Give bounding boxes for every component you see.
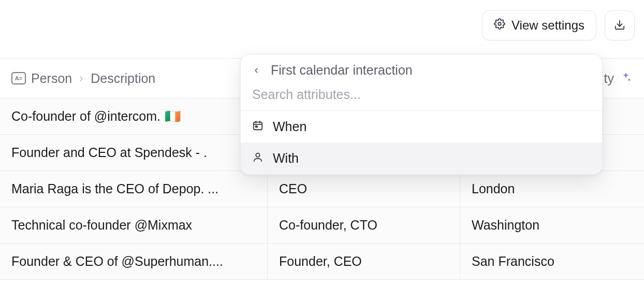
back-button[interactable] [252, 66, 260, 75]
cell-city: San Francisco [460, 244, 644, 279]
column-header-description[interactable]: A= Person Description [0, 59, 268, 98]
chevron-right-icon [77, 71, 85, 86]
view-settings-label: View settings [511, 18, 584, 33]
cell-city: Washington [460, 207, 644, 243]
text-attribute-icon: A= [11, 72, 26, 84]
svg-point-0 [498, 22, 501, 25]
cell-description: Technical co-founder @Mixmax [0, 207, 268, 243]
search-input[interactable] [252, 87, 591, 102]
gear-icon [494, 18, 505, 33]
table-row[interactable]: Maria Raga is the CEO of Depop. ... CEO … [0, 171, 644, 207]
sparkle-icon [620, 71, 632, 86]
download-icon [614, 19, 625, 32]
person-icon [252, 151, 264, 166]
popover-title: First calendar interaction [271, 63, 413, 78]
cell-role: Co-founder, CTO [268, 207, 460, 243]
attribute-option-label: When [273, 119, 306, 134]
svg-rect-6 [255, 126, 257, 127]
attribute-option-with[interactable]: With [241, 143, 602, 174]
column-header-person-label: Person [31, 71, 72, 86]
cell-description: Founder and CEO at Spendesk - . [0, 135, 268, 171]
attribute-option-label: With [273, 151, 299, 166]
svg-point-7 [256, 153, 259, 157]
table-row[interactable]: Technical co-founder @Mixmax Co-founder,… [0, 207, 644, 244]
attribute-picker-popover: First calendar interaction When With [240, 54, 603, 175]
column-header-description-label: Description [91, 71, 155, 86]
flag-icon: 🇮🇪 [165, 109, 181, 124]
calendar-icon [252, 119, 264, 134]
cell-city: London [460, 171, 644, 207]
cell-role: CEO [268, 171, 460, 207]
attribute-search[interactable] [241, 86, 602, 110]
cell-description: Co-founder of @intercom. 🇮🇪 [0, 98, 268, 134]
attribute-option-when[interactable]: When [241, 111, 602, 143]
cell-description: Maria Raga is the CEO of Depop. ... [0, 171, 268, 207]
svg-rect-2 [254, 122, 262, 130]
table-row[interactable]: Founder & CEO of @Superhuman.... Founder… [0, 244, 644, 280]
column-header-suffix: ty [604, 71, 614, 86]
download-button[interactable] [605, 10, 635, 40]
cell-description: Founder & CEO of @Superhuman.... [0, 244, 268, 279]
cell-role: Founder, CEO [268, 244, 460, 279]
view-settings-button[interactable]: View settings [482, 10, 596, 40]
